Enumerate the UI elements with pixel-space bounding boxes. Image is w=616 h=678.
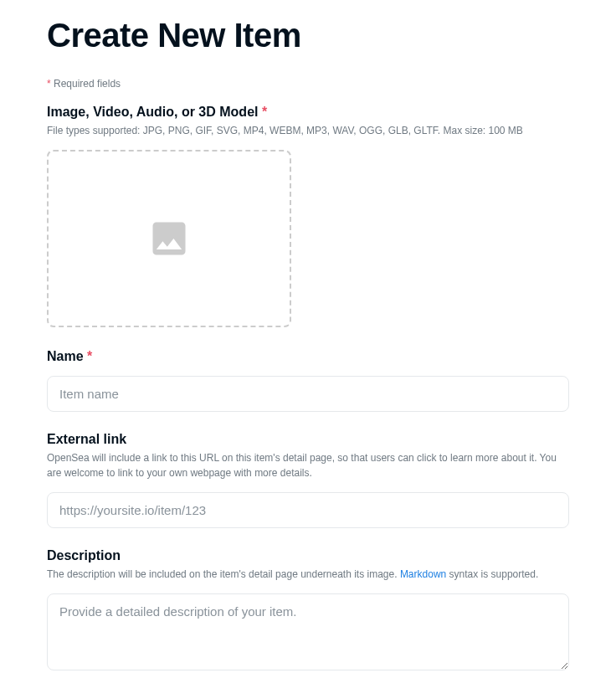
media-upload-dropzone[interactable] (47, 150, 291, 327)
media-helper: File types supported: JPG, PNG, GIF, SVG… (47, 123, 569, 138)
description-helper-after: syntax is supported. (446, 568, 538, 580)
description-textarea[interactable] (47, 593, 569, 670)
required-fields-text: Required fields (54, 78, 121, 90)
page-title: Create New Item (47, 17, 569, 54)
description-helper: The description will be included on the … (47, 567, 569, 582)
description-label: Description (47, 548, 569, 563)
media-label-text: Image, Video, Audio, or 3D Model (47, 105, 258, 119)
asterisk-icon: * (87, 349, 92, 363)
markdown-link[interactable]: Markdown (400, 568, 446, 580)
image-placeholder-icon (147, 217, 191, 260)
media-label: Image, Video, Audio, or 3D Model * (47, 105, 569, 120)
required-fields-note: * Required fields (47, 78, 569, 90)
asterisk-icon: * (262, 105, 267, 119)
name-label-text: Name (47, 349, 84, 363)
description-helper-before: The description will be included on the … (47, 568, 400, 580)
name-label: Name * (47, 349, 569, 364)
asterisk-icon: * (47, 78, 51, 90)
external-link-helper: OpenSea will include a link to this URL … (47, 450, 569, 480)
external-link-label: External link (47, 432, 569, 447)
external-link-input[interactable] (47, 492, 569, 528)
name-input[interactable] (47, 376, 569, 412)
